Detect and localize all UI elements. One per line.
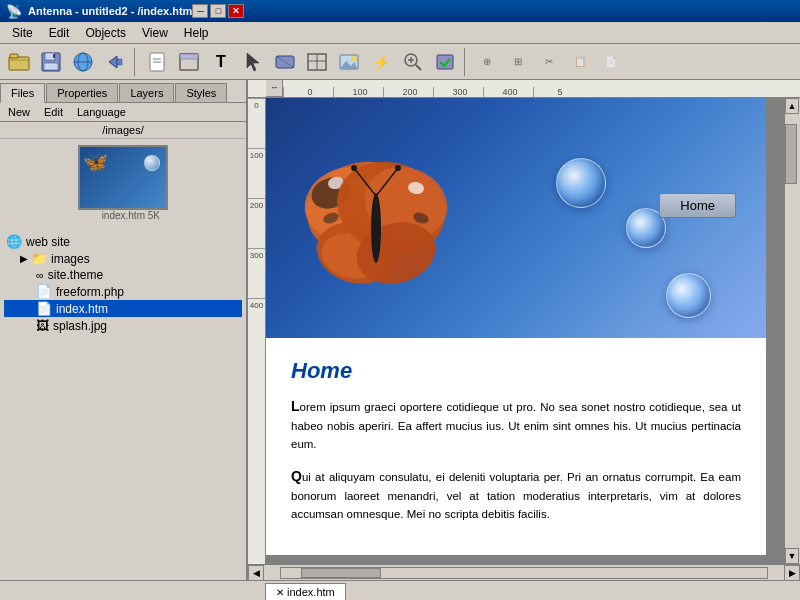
new-file-button[interactable]: New xyxy=(4,105,34,119)
svg-rect-0 xyxy=(9,57,29,70)
svg-rect-15 xyxy=(180,54,198,59)
zoom-button[interactable] xyxy=(398,48,428,76)
tree-item-freeform[interactable]: 📄 freeform.php xyxy=(4,283,242,300)
ruler-h-0: 0 xyxy=(283,87,333,97)
tab-styles[interactable]: Styles xyxy=(175,83,227,102)
ruler-v-400: 400 xyxy=(248,298,265,348)
ruler-h-300: 300 xyxy=(433,87,483,97)
save-button[interactable] xyxy=(36,48,66,76)
tree-item-website[interactable]: 🌐 web site xyxy=(4,233,242,250)
h-ruler: ↔ 0 100 200 300 400 5 xyxy=(248,80,800,98)
file-thumbnail: 🦋 xyxy=(78,145,168,210)
right-panel: ↔ 0 100 200 300 400 5 0 100 200 300 400 xyxy=(248,80,800,580)
open-button[interactable] xyxy=(4,48,34,76)
h-scroll-thumb[interactable] xyxy=(301,568,381,578)
v-scrollbar[interactable]: ▲ ▼ xyxy=(784,98,800,564)
canvas-area: 0 100 200 300 400 xyxy=(248,98,800,564)
text-button[interactable]: T xyxy=(206,48,236,76)
v-scroll-thumb[interactable] xyxy=(785,124,797,184)
toolbar: T ⚡ ⊕ ⊞ ✂ 📋 📄 xyxy=(0,44,800,80)
menu-objects[interactable]: Objects xyxy=(77,24,134,42)
menu-view[interactable]: View xyxy=(134,24,176,42)
app-icon: 📡 xyxy=(6,4,22,19)
validate-button[interactable] xyxy=(430,48,460,76)
svg-point-24 xyxy=(351,56,357,62)
thumb-orb xyxy=(144,155,160,171)
title-bar: 📡 Antenna - untitled2 - /index.htm ─ □ ✕ xyxy=(0,0,800,22)
ruler-corner: ↔ xyxy=(266,80,283,97)
tab-properties[interactable]: Properties xyxy=(46,83,118,102)
jpg-icon: 🖼 xyxy=(36,318,49,333)
tool-r5[interactable]: 📄 xyxy=(596,48,626,76)
ruler-h-400: 400 xyxy=(483,87,533,97)
tree-item-index[interactable]: 📄 index.htm xyxy=(4,300,242,317)
close-tab-icon[interactable]: ✕ xyxy=(276,587,284,598)
tool-r1[interactable]: ⊕ xyxy=(472,48,502,76)
ruler-h-500: 5 xyxy=(533,87,583,97)
new-page-button[interactable] xyxy=(142,48,172,76)
separator-2 xyxy=(464,48,468,76)
thumbnail-area: 🦋 index.htm 5K xyxy=(0,139,246,229)
home-button[interactable]: Home xyxy=(659,193,736,218)
scroll-left-button[interactable]: ◀ xyxy=(248,565,264,581)
ruler-h-200: 200 xyxy=(383,87,433,97)
page-header-image: Home xyxy=(266,98,766,338)
edit-file-button[interactable]: Edit xyxy=(40,105,67,119)
content-area: Home Lorem ipsum graeci oportere cotidie… xyxy=(266,338,766,555)
tab-layers[interactable]: Layers xyxy=(119,83,174,102)
tree-item-splash[interactable]: 🖼 splash.jpg xyxy=(4,317,242,334)
menu-help[interactable]: Help xyxy=(176,24,217,42)
page-tab-index[interactable]: ✕ index.htm xyxy=(265,583,346,600)
html-icon: 📄 xyxy=(36,301,52,316)
first-letter-1: L xyxy=(291,398,300,414)
scroll-right-button[interactable]: ▶ xyxy=(784,565,800,581)
close-button[interactable]: ✕ xyxy=(228,4,244,18)
file-tree: 🌐 web site ▶ 📁 images ∞ site.theme 📄 fre… xyxy=(0,229,246,580)
tree-item-images[interactable]: ▶ 📁 images xyxy=(4,250,242,267)
svg-point-41 xyxy=(371,193,381,263)
scroll-up-button[interactable]: ▲ xyxy=(785,98,799,114)
title-text: Antenna - untitled2 - /index.htm xyxy=(28,5,192,17)
ruler-v-100: 100 xyxy=(248,148,265,198)
svg-point-44 xyxy=(351,165,357,171)
folder-icon: 📁 xyxy=(31,251,47,266)
title-controls: ─ □ ✕ xyxy=(192,4,244,18)
back-button[interactable] xyxy=(100,48,130,76)
table-button[interactable] xyxy=(302,48,332,76)
file-path: /images/ xyxy=(0,122,246,139)
link-button[interactable] xyxy=(270,48,300,76)
main-area: Files Properties Layers Styles New Edit … xyxy=(0,80,800,580)
script-button[interactable]: ⚡ xyxy=(366,48,396,76)
image-button[interactable] xyxy=(334,48,364,76)
left-panel: Files Properties Layers Styles New Edit … xyxy=(0,80,248,580)
preview-button[interactable] xyxy=(68,48,98,76)
website-icon: 🌐 xyxy=(6,234,22,249)
language-button[interactable]: Language xyxy=(73,105,130,119)
svg-point-45 xyxy=(395,165,401,171)
menu-site[interactable]: Site xyxy=(4,24,41,42)
ruler-h-100: 100 xyxy=(333,87,383,97)
svg-rect-29 xyxy=(437,55,453,69)
tree-item-theme[interactable]: ∞ site.theme xyxy=(4,267,242,283)
ruler-v-200: 200 xyxy=(248,198,265,248)
tab-files[interactable]: Files xyxy=(0,83,45,103)
expand-icon: ▶ xyxy=(20,253,28,264)
tool-r4[interactable]: 📋 xyxy=(565,48,595,76)
maximize-button[interactable]: □ xyxy=(210,4,226,18)
menu-edit[interactable]: Edit xyxy=(41,24,78,42)
h-scroll-track xyxy=(280,567,768,579)
minimize-button[interactable]: ─ xyxy=(192,4,208,18)
h-scrollbar: ◀ ▶ xyxy=(248,564,800,580)
ruler-v-0: 0 xyxy=(248,98,265,148)
canvas-scroll[interactable]: Home Home Lorem ipsum graeci oportere co… xyxy=(266,98,784,564)
tool-r2[interactable]: ⊞ xyxy=(503,48,533,76)
scroll-down-button[interactable]: ▼ xyxy=(785,548,799,564)
frame-button[interactable] xyxy=(174,48,204,76)
svg-line-26 xyxy=(416,65,421,70)
v-scroll-track xyxy=(785,114,800,548)
menu-bar: Site Edit Objects View Help xyxy=(0,22,800,44)
svg-rect-4 xyxy=(53,54,55,58)
v-ruler: 0 100 200 300 400 xyxy=(248,98,266,564)
cursor-button[interactable] xyxy=(238,48,268,76)
tool-r3[interactable]: ✂ xyxy=(534,48,564,76)
